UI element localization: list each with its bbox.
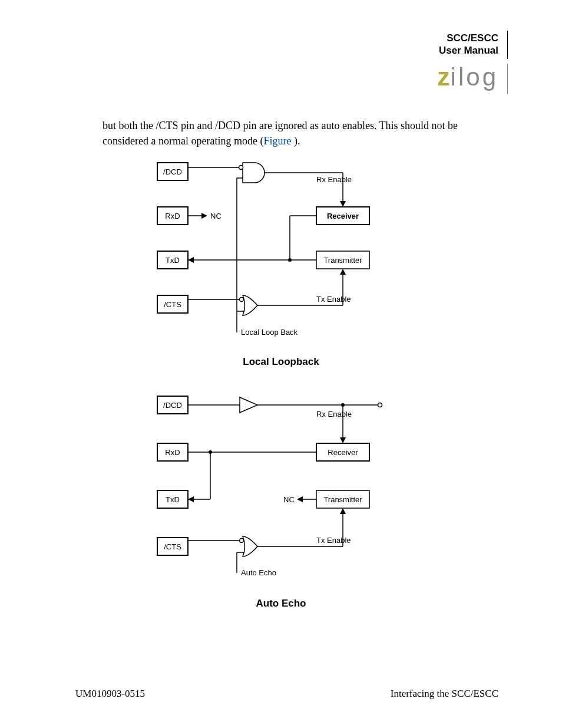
label-cts: /CTS <box>164 300 181 309</box>
label-transmitter: Transmitter <box>323 256 362 265</box>
svg-point-46 <box>240 539 244 543</box>
label2-transmitter: Transmitter <box>323 495 362 504</box>
diagram-local-loopback: /DCD RxD TxD /CTS Receiver Transmitter L… <box>146 151 416 345</box>
label-txd: TxD <box>166 256 180 265</box>
footer-docnum: UM010903-0515 <box>75 688 145 700</box>
svg-point-6 <box>239 166 243 170</box>
label-receiver: Receiver <box>327 212 359 220</box>
svg-point-35 <box>378 403 382 407</box>
label2-txd: TxD <box>166 495 180 504</box>
header-rule <box>507 31 508 59</box>
label2-nc: NC <box>283 495 295 504</box>
label-txenable: Tx Enable <box>316 295 351 304</box>
label-nc: NC <box>210 212 222 220</box>
svg-point-7 <box>240 298 244 302</box>
label2-dcd: /DCD <box>163 401 182 410</box>
label2-autoecho-in: Auto Echo <box>241 568 276 577</box>
label-rxd: RxD <box>165 212 180 220</box>
svg-marker-52 <box>340 508 346 514</box>
label2-receiver: Receiver <box>328 448 358 457</box>
svg-marker-43 <box>188 496 194 502</box>
label2-cts: /CTS <box>164 542 181 551</box>
paragraph-post: ). <box>294 135 300 147</box>
footer-section: Interfacing the SCC/ESCC <box>391 688 498 700</box>
logo-ilog: ilog <box>451 63 498 91</box>
svg-marker-15 <box>201 213 207 219</box>
svg-marker-13 <box>340 201 346 207</box>
svg-marker-25 <box>340 269 346 275</box>
doc-title-line1: SCC/ESCC <box>438 32 498 44</box>
label-dcd: /DCD <box>163 167 182 176</box>
logo-z: z <box>438 63 451 91</box>
logo-rule <box>507 64 508 94</box>
label-rxenable: Rx Enable <box>316 175 352 184</box>
caption-local-loopback: Local Loopback <box>0 356 562 368</box>
doc-title-line2: User Manual <box>438 44 498 57</box>
diagram-auto-echo: /DCD RxD TxD /CTS Receiver Transmitter R… <box>146 384 416 585</box>
svg-marker-33 <box>240 397 257 413</box>
label2-txenable: Tx Enable <box>316 536 351 545</box>
figure-link[interactable]: Figure <box>263 135 294 147</box>
svg-marker-17 <box>188 257 194 263</box>
label-loopback-in: Local Loop Back <box>241 328 298 337</box>
label2-rxenable: Rx Enable <box>316 410 352 419</box>
svg-marker-38 <box>340 437 346 443</box>
body-paragraph: but both the /CTS pin and /DCD pin are i… <box>103 118 497 149</box>
label2-rxd: RxD <box>165 448 180 457</box>
svg-marker-45 <box>297 496 303 502</box>
page-footer: UM010903-0515 Interfacing the SCC/ESCC <box>75 688 498 700</box>
figure-area: /DCD RxD TxD /CTS Receiver Transmitter L… <box>0 151 562 610</box>
caption-auto-echo: Auto Echo <box>0 598 562 610</box>
zilog-logo: zilog <box>438 63 498 91</box>
page-header: SCC/ESCC User Manual zilog <box>438 32 498 91</box>
